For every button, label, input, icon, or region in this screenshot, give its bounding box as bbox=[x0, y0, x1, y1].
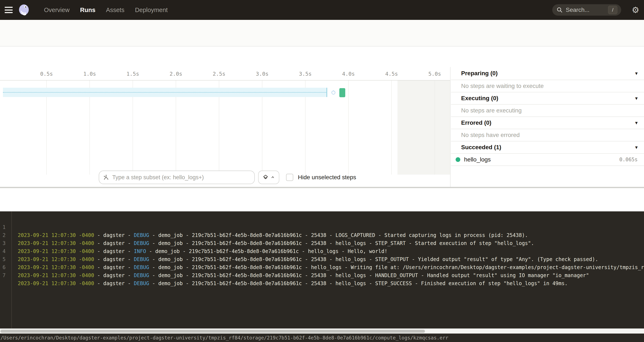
axis-tick: 2.0s bbox=[166, 71, 186, 77]
caret-up-icon bbox=[270, 175, 275, 180]
caret-down-icon: ▾ bbox=[635, 120, 638, 126]
log-line: 3 2023-09-21 12:07:30 -0400 - dagster - … bbox=[0, 231, 644, 239]
global-search[interactable]: / bbox=[552, 4, 621, 16]
axis-tick: 4.5s bbox=[382, 71, 401, 77]
dependency-dotted-line bbox=[3, 92, 327, 92]
preparing-empty-row: No steps are waiting to execute bbox=[451, 80, 644, 92]
caret-down-icon: ▾ bbox=[635, 95, 638, 101]
step-duration: 0.065s bbox=[619, 157, 638, 162]
log-line: 6 2023-09-21 12:07:30 -0400 - dagster - … bbox=[0, 255, 644, 263]
section-succeeded[interactable]: Succeeded (1)▾ bbox=[451, 142, 644, 154]
axis-tick: 2.5s bbox=[210, 71, 228, 77]
step-marker-circle bbox=[332, 91, 335, 94]
axis-tick: 1.0s bbox=[80, 71, 99, 77]
nav-items: Overview Runs Assets Deployment bbox=[44, 6, 168, 14]
section-executing[interactable]: Executing (0)▾ bbox=[451, 92, 644, 105]
executing-empty-row: No steps are executing bbox=[451, 105, 644, 117]
section-preparing[interactable]: Preparing (0)▾ bbox=[451, 67, 644, 80]
scrollbar-thumb[interactable] bbox=[0, 330, 425, 333]
log-line: 2 2023-09-21 12:07:30 -0400 - dagster - … bbox=[0, 223, 644, 231]
gantt-chart: 0.5s 1.0s 1.5s 2.0s 2.5s 3.0s 3.5s 4.0s … bbox=[0, 67, 450, 187]
section-errored[interactable]: Errored (0)▾ bbox=[451, 117, 644, 129]
axis-tick: 3.5s bbox=[296, 71, 315, 77]
log-line: 7 2023-09-21 12:07:30 -0400 - dagster - … bbox=[0, 263, 644, 272]
hide-unselected-label: Hide unselected steps bbox=[298, 174, 356, 181]
step-subset-input-wrap bbox=[99, 170, 255, 184]
axis-tick: 4.0s bbox=[339, 71, 358, 77]
section-title: Errored (0) bbox=[461, 120, 491, 126]
hide-unselected-row: Hide unselected steps bbox=[286, 174, 356, 181]
axis-tick: 1.5s bbox=[123, 71, 142, 77]
gantt-toolbar: Hide not started steps bbox=[0, 46, 644, 67]
search-icon bbox=[556, 7, 563, 13]
log-line: 4 2023-09-21 12:07:30 -0400 - dagster - … bbox=[0, 239, 644, 247]
log-toolbar: stdout stderr bbox=[0, 188, 644, 211]
nav-item-overview[interactable]: Overview bbox=[44, 6, 70, 14]
log-path-statusbar: /Users/erincochran/Desktop/dagster-examp… bbox=[0, 334, 644, 342]
run-header: 219c7b51 Success Run of demo_job @ 4f105… bbox=[0, 20, 644, 46]
axis-tick: 3.0s bbox=[253, 71, 272, 77]
log-line: 5 2023-09-21 12:07:30 -0400 - dagster - … bbox=[0, 247, 644, 255]
step-subset-row: Hide unselected steps bbox=[99, 170, 356, 184]
log-file-path: /Users/erincochran/Desktop/dagster-examp… bbox=[0, 335, 448, 340]
step-waiting-band bbox=[3, 88, 327, 97]
graph-query-options-button[interactable] bbox=[258, 170, 279, 184]
log-output: 1 2023-09-21 12:07:30 -0400 - dagster - … bbox=[0, 211, 644, 328]
caret-down-icon: ▾ bbox=[635, 70, 638, 76]
axis-tick: 0.5s bbox=[37, 71, 56, 77]
section-title: Succeeded (1) bbox=[461, 144, 501, 151]
log-line: 1 2023-09-21 12:07:30 -0400 - dagster - … bbox=[0, 215, 644, 223]
nav-item-runs[interactable]: Runs bbox=[80, 6, 96, 14]
nav-item-deployment[interactable]: Deployment bbox=[135, 6, 168, 14]
op-selector-icon bbox=[103, 174, 109, 180]
layers-icon bbox=[262, 174, 268, 180]
search-shortcut-key: / bbox=[608, 6, 617, 14]
gear-icon[interactable]: ⚙ bbox=[632, 5, 639, 15]
step-status-panel: Preparing (0)▾ No steps are waiting to e… bbox=[450, 67, 644, 187]
log-horizontal-scrollbar[interactable] bbox=[0, 328, 644, 334]
top-nav: Overview Runs Assets Deployment / ⚙ bbox=[0, 0, 644, 20]
after-run-end-region bbox=[398, 80, 450, 174]
gantt-step-bar-hello-logs[interactable] bbox=[339, 88, 345, 97]
hamburger-menu-icon[interactable] bbox=[5, 7, 13, 13]
step-subset-input[interactable] bbox=[112, 174, 248, 181]
gantt-grid bbox=[0, 80, 450, 174]
succeeded-step-row[interactable]: hello_logs 0.065s bbox=[451, 154, 644, 166]
caret-down-icon: ▾ bbox=[635, 144, 638, 150]
step-success-dot-icon bbox=[456, 157, 460, 162]
band-end-cap bbox=[327, 88, 327, 97]
dagster-run-page: Overview Runs Assets Deployment / ⚙ 219c… bbox=[0, 0, 644, 342]
section-title: Preparing (0) bbox=[461, 70, 498, 77]
dagster-logo[interactable] bbox=[18, 4, 30, 16]
axis-tick: 5.0s bbox=[425, 71, 444, 77]
search-input[interactable] bbox=[566, 6, 606, 13]
errored-empty-row: No steps have errored bbox=[451, 129, 644, 142]
step-name: hello_logs bbox=[464, 156, 491, 163]
section-title: Executing (0) bbox=[461, 95, 498, 102]
hide-unselected-checkbox[interactable] bbox=[286, 174, 293, 181]
nav-item-assets[interactable]: Assets bbox=[106, 6, 124, 14]
